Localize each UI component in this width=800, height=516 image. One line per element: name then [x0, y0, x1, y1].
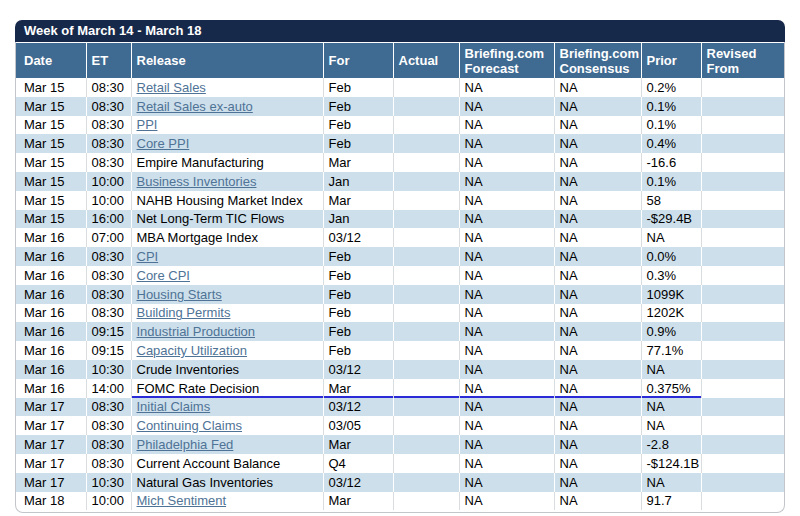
column-header-release: Release: [131, 43, 323, 78]
cell-release: Capacity Utilization: [131, 341, 323, 360]
release-link[interactable]: CPI: [137, 249, 159, 264]
release-link[interactable]: Retail Sales: [137, 80, 206, 95]
column-header-briefing-consensus: Briefing.com Consensus: [554, 43, 641, 78]
release-link[interactable]: Retail Sales ex-auto: [137, 99, 253, 114]
table-row: Mar 1516:00Net Long-Term TIC FlowsJanNAN…: [16, 210, 785, 229]
cell-forecast: NA: [459, 341, 554, 360]
release-link[interactable]: Business Inventories: [137, 174, 257, 189]
cell-consensus: NA: [554, 360, 641, 379]
table-row: Mar 1708:30Philadelphia FedMarNANA-2.8: [16, 435, 785, 454]
cell-release: Philadelphia Fed: [131, 435, 323, 454]
cell-release: Retail Sales ex-auto: [131, 97, 323, 116]
release-link[interactable]: Industrial Production: [137, 324, 256, 339]
cell-prior: 77.1%: [641, 341, 701, 360]
cell-actual: [393, 492, 459, 511]
cell-revised: [701, 454, 785, 473]
cell-forecast: NA: [459, 379, 554, 398]
cell-et: 08:30: [86, 454, 131, 473]
release-link[interactable]: Philadelphia Fed: [137, 437, 234, 452]
cell-date: Mar 18: [16, 492, 86, 511]
cell-date: Mar 16: [16, 266, 86, 285]
cell-actual: [393, 210, 459, 229]
cell-prior: 58: [641, 191, 701, 210]
cell-forecast: NA: [459, 134, 554, 153]
cell-forecast: NA: [459, 473, 554, 492]
cell-consensus: NA: [554, 134, 641, 153]
cell-consensus: NA: [554, 416, 641, 435]
cell-date: Mar 15: [16, 134, 86, 153]
table-row: Mar 1508:30Retail Sales ex-autoFebNANA0.…: [16, 97, 785, 116]
cell-date: Mar 16: [16, 285, 86, 304]
cell-release: Core PPI: [131, 134, 323, 153]
cell-forecast: NA: [459, 285, 554, 304]
table-row: Mar 1508:30Retail SalesFebNANA0.2%: [16, 78, 785, 97]
cell-et: 08:30: [86, 266, 131, 285]
cell-revised: [701, 191, 785, 210]
table-row: Mar 1810:00Mich SentimentMarNANA91.7: [16, 492, 785, 511]
cell-revised: [701, 304, 785, 323]
cell-forecast: NA: [459, 454, 554, 473]
cell-consensus: NA: [554, 228, 641, 247]
cell-et: 07:00: [86, 228, 131, 247]
cell-revised: [701, 416, 785, 435]
cell-prior: 0.3%: [641, 266, 701, 285]
column-header-et: ET: [86, 43, 131, 78]
cell-consensus: NA: [554, 473, 641, 492]
release-link[interactable]: Continuing Claims: [137, 418, 243, 433]
cell-date: Mar 15: [16, 172, 86, 191]
cell-consensus: NA: [554, 492, 641, 511]
cell-date: Mar 16: [16, 228, 86, 247]
cell-prior: NA: [641, 398, 701, 417]
cell-date: Mar 16: [16, 379, 86, 398]
cell-prior: 0.9%: [641, 322, 701, 341]
release-link[interactable]: Capacity Utilization: [137, 343, 248, 358]
cell-release: Business Inventories: [131, 172, 323, 191]
cell-actual: [393, 322, 459, 341]
cell-et: 10:00: [86, 172, 131, 191]
cell-prior: NA: [641, 416, 701, 435]
cell-for: Feb: [323, 78, 393, 97]
cell-date: Mar 17: [16, 473, 86, 492]
cell-revised: [701, 266, 785, 285]
cell-consensus: NA: [554, 398, 641, 417]
table-row: Mar 1710:30Natural Gas Inventories03/12N…: [16, 473, 785, 492]
cell-revised: [701, 435, 785, 454]
cell-et: 10:00: [86, 492, 131, 511]
cell-consensus: NA: [554, 341, 641, 360]
cell-actual: [393, 191, 459, 210]
release-link[interactable]: Core CPI: [137, 268, 190, 283]
release-link[interactable]: PPI: [137, 117, 158, 132]
cell-consensus: NA: [554, 285, 641, 304]
cell-et: 08:30: [86, 78, 131, 97]
cell-for: Q4: [323, 454, 393, 473]
cell-for: Jan: [323, 210, 393, 229]
release-link[interactable]: Mich Sentiment: [137, 493, 227, 508]
release-link[interactable]: Building Permits: [137, 305, 231, 320]
cell-actual: [393, 379, 459, 398]
release-link[interactable]: Housing Starts: [137, 287, 222, 302]
cell-et: 08:30: [86, 435, 131, 454]
cell-release: MBA Mortgage Index: [131, 228, 323, 247]
cell-et: 08:30: [86, 416, 131, 435]
cell-prior: -$29.4B: [641, 210, 701, 229]
cell-for: 03/12: [323, 473, 393, 492]
cell-forecast: NA: [459, 398, 554, 417]
table-row: Mar 1608:30Building PermitsFebNANA1202K: [16, 304, 785, 323]
release-link[interactable]: Core PPI: [137, 136, 190, 151]
calendar-table: Date ET Release For Actual Briefing.com …: [16, 43, 785, 510]
cell-forecast: NA: [459, 228, 554, 247]
cell-prior: 0.1%: [641, 116, 701, 135]
table-row: Mar 1508:30Core PPIFebNANA0.4%: [16, 134, 785, 153]
cell-revised: [701, 285, 785, 304]
cell-prior: NA: [641, 228, 701, 247]
cell-actual: [393, 266, 459, 285]
cell-forecast: NA: [459, 172, 554, 191]
cell-for: 03/12: [323, 360, 393, 379]
cell-for: Feb: [323, 266, 393, 285]
table-row: Mar 1510:00Business InventoriesJanNANA0.…: [16, 172, 785, 191]
release-link[interactable]: Initial Claims: [137, 399, 211, 414]
cell-release: Housing Starts: [131, 285, 323, 304]
cell-prior: NA: [641, 360, 701, 379]
cell-date: Mar 16: [16, 322, 86, 341]
cell-date: Mar 15: [16, 191, 86, 210]
